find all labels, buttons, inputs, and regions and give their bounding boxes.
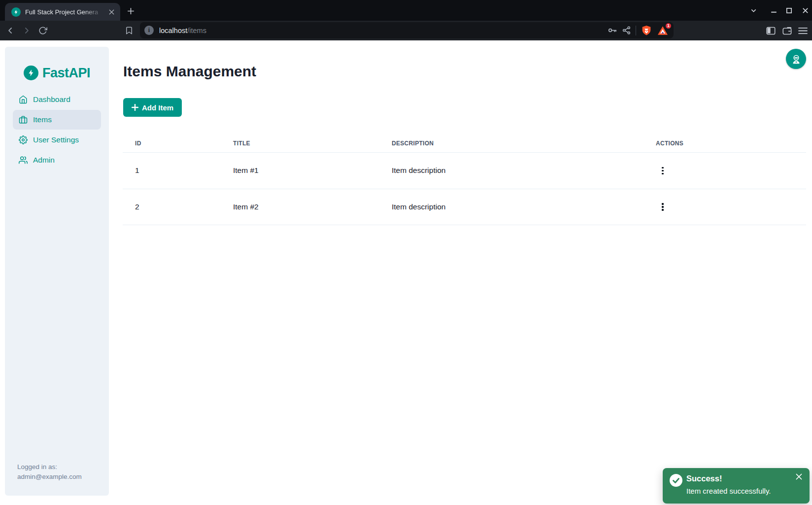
url-bar[interactable]: i localhost/items 1 [140, 22, 674, 38]
items-table: ID TITLE DESCRIPTION ACTIONS 1 Item #1 I… [123, 134, 806, 225]
fastapi-favicon-icon [11, 7, 21, 17]
logo-text: FastAPI [42, 66, 90, 81]
minimize-button[interactable] [770, 0, 778, 21]
check-circle-icon [670, 474, 682, 487]
url-text[interactable]: localhost/items [159, 27, 607, 34]
tab-title: Full Stack Project Genera [25, 8, 106, 16]
sidebar-item-admin[interactable]: Admin [13, 150, 101, 170]
sidebar: FastAPI Dashboard Items [5, 47, 109, 496]
fastapi-bolt-icon [24, 66, 38, 80]
browser-tab[interactable]: Full Stack Project Genera [5, 3, 120, 21]
tab-search-icon[interactable] [749, 0, 758, 21]
sidebar-item-label: User Settings [33, 135, 79, 144]
sidebar-nav: Dashboard Items User Settings [5, 90, 109, 170]
cell-description: Item description [392, 166, 650, 175]
forward-button[interactable] [19, 23, 34, 38]
close-window-button[interactable] [802, 0, 809, 21]
user-menu-button[interactable] [786, 49, 806, 69]
cell-id: 1 [123, 166, 233, 175]
sidebar-item-label: Admin [33, 156, 55, 165]
toolbar-divider [636, 26, 636, 35]
row-actions-menu-button[interactable] [656, 200, 670, 214]
page-title: Items Management [123, 63, 256, 80]
bookmark-icon[interactable] [121, 23, 137, 38]
add-item-button[interactable]: Add Item [123, 98, 182, 117]
fastapi-logo: FastAPI [5, 66, 109, 80]
url-host: localhost [159, 27, 187, 34]
column-header-id: ID [123, 140, 233, 147]
sidebar-item-dashboard[interactable]: Dashboard [13, 90, 101, 109]
site-info-icon[interactable]: i [144, 26, 154, 35]
logged-in-email: admin@example.com [17, 472, 82, 482]
home-icon [19, 95, 28, 104]
maximize-button[interactable] [785, 0, 793, 21]
toast-close-icon[interactable] [794, 471, 804, 481]
app-page: FastAPI Dashboard Items [0, 40, 812, 505]
rewards-badge: 1 [665, 22, 672, 30]
users-icon [19, 156, 28, 165]
success-toast: Success! Item created successfully. [663, 468, 810, 504]
add-item-label: Add Item [142, 103, 173, 112]
cell-id: 2 [123, 202, 233, 211]
plus-icon [132, 104, 138, 111]
reload-button[interactable] [35, 23, 51, 38]
table-header-row: ID TITLE DESCRIPTION ACTIONS [123, 134, 806, 153]
sidebar-item-label: Dashboard [33, 95, 70, 104]
back-button[interactable] [2, 23, 18, 38]
row-actions-menu-button[interactable] [656, 164, 670, 177]
tab-close-icon[interactable] [106, 7, 116, 17]
share-icon[interactable] [622, 26, 631, 35]
cell-title: Item #1 [233, 166, 392, 175]
menu-hamburger-icon[interactable] [795, 23, 811, 38]
sidebar-item-items[interactable]: Items [13, 110, 101, 130]
sidebar-item-label: Items [33, 115, 52, 124]
column-header-title: TITLE [233, 140, 392, 147]
wallet-icon[interactable] [779, 23, 795, 38]
user-astronaut-icon [791, 54, 802, 65]
briefcase-icon [19, 115, 28, 124]
gear-icon [19, 135, 28, 144]
cell-description: Item description [392, 202, 650, 211]
logged-in-label: Logged in as: [17, 462, 82, 472]
table-row: 1 Item #1 Item description [123, 153, 806, 189]
logged-in-footer: Logged in as: admin@example.com [17, 462, 82, 482]
column-header-description: DESCRIPTION [392, 140, 650, 147]
password-key-icon[interactable] [607, 25, 617, 35]
brave-shield-icon[interactable] [641, 25, 652, 36]
brave-rewards-icon[interactable]: 1 [657, 25, 669, 36]
toast-message: Item created successfully. [686, 485, 771, 497]
new-tab-button[interactable] [125, 5, 136, 16]
sidebar-panel-icon[interactable] [763, 23, 778, 38]
sidebar-item-user-settings[interactable]: User Settings [13, 130, 101, 150]
cell-title: Item #2 [233, 202, 392, 211]
toast-title: Success! [686, 472, 722, 484]
tab-strip: Full Stack Project Genera [0, 0, 812, 21]
column-header-actions: ACTIONS [650, 140, 806, 147]
url-path: /items [187, 27, 206, 34]
browser-window: Full Stack Project Genera [0, 0, 812, 505]
table-row: 2 Item #2 Item description [123, 189, 806, 226]
